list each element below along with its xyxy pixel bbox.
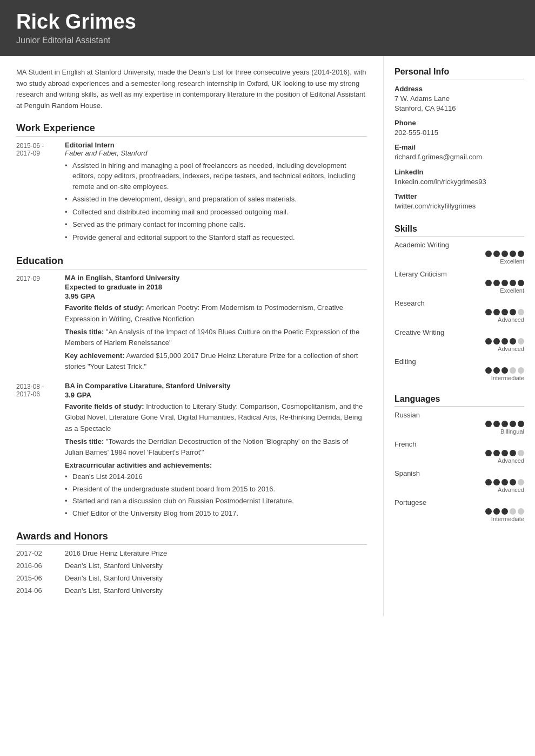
summary-section: MA Student in English at Stanford Univer… [16,67,367,112]
skill-dots [394,367,524,374]
award-date: 2015-06 [16,574,65,582]
dot-filled [485,280,492,286]
award-entry: 2016-06Dean's List, Stanford University [16,562,367,570]
phone-label: Phone [394,119,524,127]
dot-filled [485,479,492,485]
edu-favorite: Favorite fields of study: American Poetr… [65,302,367,324]
dot-filled [493,421,500,427]
linkedin-value: linkedin.com/in/rickygrimes93 [394,177,524,187]
skills-section: Skills Academic WritingExcellentLiterary… [394,224,524,381]
skill-name: Literary Criticism [394,270,524,278]
list-item: Dean's List 2014-2016 [65,471,367,482]
dot-filled [510,421,516,427]
language-item: RussianBillingual [394,411,524,435]
dot-filled [493,251,500,257]
skill-item: Academic WritingExcellent [394,241,524,265]
dot-filled [501,309,508,315]
skills-list: Academic WritingExcellentLiterary Critic… [394,241,524,381]
edu-entry: 2017-09MA in English, Stanford Universit… [16,274,367,372]
language-name: Russian [394,411,524,419]
award-entry: 2014-06Dean's List, Stanford University [16,586,367,595]
header: Rick Grimes Junior Editorial Assistant [0,0,535,56]
language-dots [394,479,524,485]
dot-filled [501,251,508,257]
email-value: richard.f.grimes@gmail.com [394,152,524,162]
work-title: Editorial Intern [65,141,367,149]
award-entries: 2017-022016 Drue Heinz Literature Prize2… [16,549,367,595]
skills-title: Skills [394,224,524,237]
award-entry: 2015-06Dean's List, Stanford University [16,574,367,582]
languages-title: Languages [394,394,524,407]
personal-info-title: Personal Info [394,67,524,79]
work-entries: 2015-06 - 2017-09Editorial InternFaber a… [16,141,367,245]
work-date: 2015-06 - 2017-09 [16,141,65,245]
dot-filled [493,450,500,456]
dot-filled [510,479,516,485]
skill-dots [394,309,524,315]
dot-filled [493,367,500,374]
dot-filled [518,251,524,257]
skill-dots [394,251,524,257]
edu-activities-title: Extracurricular activities and achieveme… [65,461,367,469]
skill-name: Editing [394,357,524,366]
twitter-label: Twitter [394,192,524,200]
dot-filled [493,508,500,515]
edu-details: BA in Comparative Litarature, Stanford U… [65,382,367,520]
awards-section: Awards and Honors 2017-022016 Drue Heinz… [16,531,367,595]
skill-name: Creative Writing [394,328,524,336]
address-label: Address [394,85,524,93]
main-layout: MA Student in English at Stanford Univer… [0,56,535,616]
work-bullets: Assisted in hiring and managing a pool o… [65,160,367,243]
dot-empty [510,508,516,515]
edu-details: MA in English, Stanford UniversityExpect… [65,274,367,372]
language-dots [394,421,524,427]
dot-filled [501,450,508,456]
list-item: Provide general and editorial support to… [65,232,367,243]
list-item: Collected and distributed incoming mail … [65,207,367,218]
dot-filled [518,280,524,286]
linkedin-label: LinkedIn [394,168,524,176]
dot-empty [518,309,524,315]
list-item: Assisted in hiring and managing a pool o… [65,160,367,192]
dot-filled [510,450,516,456]
work-details: Editorial InternFaber and Faber, Stanfor… [65,141,367,245]
list-item: Assisted in the development, design, and… [65,194,367,205]
award-date: 2014-06 [16,586,65,595]
dot-filled [485,338,492,345]
address-value: 7 W. Adams LaneStanford, CA 94116 [394,94,524,113]
language-name: French [394,440,524,448]
education-title: Education [16,255,367,269]
education-entries: 2017-09MA in English, Stanford Universit… [16,274,367,520]
award-name: Dean's List, Stanford University [65,574,367,582]
dot-filled [510,280,516,286]
skill-item: EditingIntermediate [394,357,524,381]
edu-entry: 2013-08 - 2017-06BA in Comparative Litar… [16,382,367,520]
email-label: E-mail [394,143,524,151]
phone-value: 202-555-0115 [394,128,524,138]
dot-filled [510,309,516,315]
list-item: Chief Editor of the University Blog from… [65,508,367,519]
edu-gpa: 3.9 GPA [65,391,367,399]
dot-filled [501,508,508,515]
right-column: Personal Info Address 7 W. Adams LaneSta… [384,56,535,616]
award-entry: 2017-022016 Drue Heinz Literature Prize [16,549,367,557]
dot-filled [493,338,500,345]
skill-item: Literary CriticismExcellent [394,270,524,294]
edu-degree: MA in English, Stanford University [65,274,367,282]
dot-empty [518,479,524,485]
work-company: Faber and Faber, Stanford [65,149,367,157]
award-name: 2016 Drue Heinz Literature Prize [65,549,367,557]
dot-filled [493,309,500,315]
skill-level: Excellent [394,287,524,294]
edu-favorite: Favorite fields of study: Introduction t… [65,401,367,434]
dot-filled [485,421,492,427]
dot-filled [501,338,508,345]
summary-text: MA Student in English at Stanford Univer… [16,67,367,112]
edu-thesis: Thesis title: "An Analysis of the Impact… [65,327,367,348]
left-column: MA Student in English at Stanford Univer… [0,56,384,616]
skill-dots [394,338,524,345]
dot-filled [510,338,516,345]
dot-filled [510,251,516,257]
awards-title: Awards and Honors [16,531,367,545]
dot-filled [485,367,492,374]
